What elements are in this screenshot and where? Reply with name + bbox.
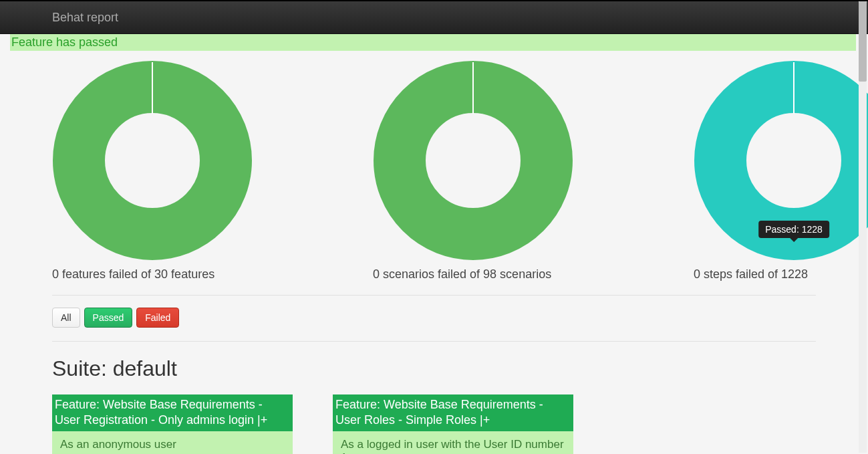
chart-scenarios-caption: 0 scenarios failed of 98 scenarios (373, 267, 633, 281)
donut-features (52, 60, 253, 261)
chart-steps-caption: 0 steps failed of 1228 (694, 267, 868, 281)
suite-prefix: Suite: (52, 356, 113, 380)
chart-features-caption: 0 features failed of 30 features (52, 267, 313, 281)
suite-title: Suite: default (52, 356, 816, 381)
filter-passed-button[interactable]: Passed (84, 308, 133, 328)
charts-row: 0 features failed of 30 features 0 scena… (52, 60, 816, 281)
scrollbar-vertical[interactable] (859, 1, 867, 453)
main-container: 0 features failed of 30 features 0 scena… (0, 60, 868, 454)
feature-card: Feature: Website Base Requirements - Use… (333, 394, 573, 454)
scrollbar-thumb[interactable] (859, 1, 867, 82)
chart-steps: Passed: 1228 0 steps failed of 1228 (694, 60, 868, 281)
feature-card: Feature: Website Base Requirements - Use… (52, 394, 293, 454)
filter-failed-button[interactable]: Failed (136, 308, 179, 328)
donut-scenarios-svg (373, 60, 573, 261)
donut-features-svg (52, 60, 253, 261)
donut-scenarios (373, 60, 573, 261)
alert-feature-passed: Feature has passed (10, 34, 856, 51)
chart-scenarios: 0 scenarios failed of 98 scenarios (373, 60, 633, 281)
donut-steps: Passed: 1228 (694, 60, 868, 261)
navbar-brand[interactable]: Behat report (52, 11, 118, 25)
features-row: Feature: Website Base Requirements - Use… (52, 394, 816, 454)
feature-body: As a logged in user with the User ID num… (333, 431, 573, 454)
separator (52, 295, 816, 296)
feature-header[interactable]: Feature: Website Base Requirements - Use… (333, 394, 573, 431)
tooltip-steps-passed: Passed: 1228 (758, 221, 829, 238)
chart-features: 0 features failed of 30 features (52, 60, 313, 281)
filter-buttons: All Passed Failed (52, 308, 816, 328)
navbar: Behat report (0, 0, 868, 34)
filter-all-button[interactable]: All (52, 308, 80, 328)
feature-header[interactable]: Feature: Website Base Requirements - Use… (52, 394, 293, 431)
suite-name: default (113, 356, 177, 380)
separator (52, 341, 816, 342)
feature-body: As an anonymous user (52, 431, 293, 454)
